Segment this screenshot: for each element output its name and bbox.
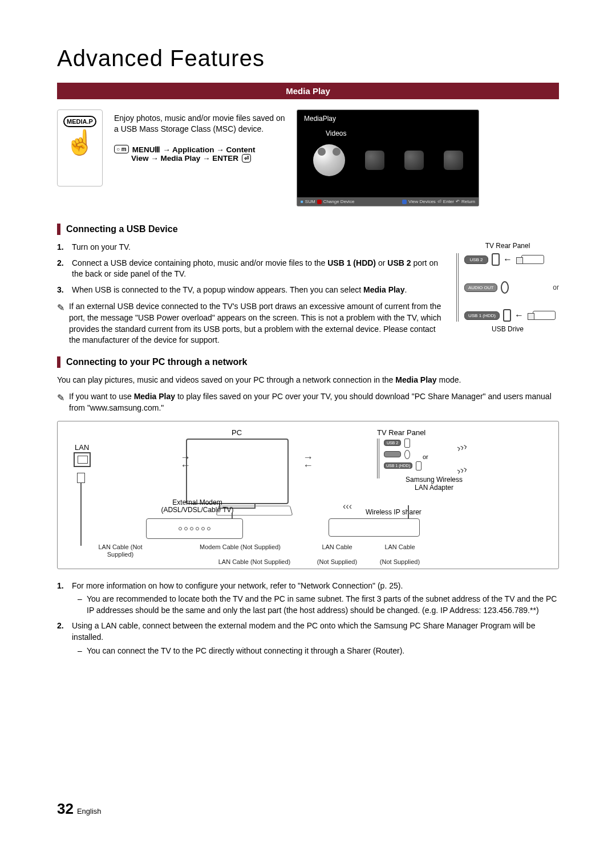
footer-return: Return [461,199,475,204]
tv-preview-footer: ■SUM Change Device View Devices ⏎Enter ↶… [297,197,479,206]
nd-pc-label: PC [232,428,242,437]
cable-label: LAN Cable [314,543,360,551]
cable-label: Modem Cable (Not Supplied) [197,543,283,551]
modem-icon [146,518,243,539]
footer-sum: SUM [305,199,315,204]
usb-note-text: If an external USB device connected to t… [69,301,445,346]
page-number: 32 [57,800,74,818]
menu-path: ○ m MENUⅢ → Application → Content [114,145,285,154]
list-item: Turn on your TV. [57,242,445,253]
tv-preview: MediaPlay Videos ■SUM Change Device View… [297,109,479,206]
wifi-wave-icon: ››› [456,440,469,455]
footer-change-device: Change Device [323,199,355,204]
blue-dot-icon [402,200,407,204]
tv-mini-icon [444,151,463,170]
net-note: ✎ If you want to use Media Play to play … [57,391,559,413]
usb2-port-label: USB 2 [464,255,488,264]
nd-usb2: USB 2 [384,440,401,446]
remote-hand-illustration: MEDIA.P ☝ [57,109,103,186]
tv-preview-title: MediaPlay [304,115,336,123]
or-label: or [553,283,559,291]
port-slot-icon [503,309,511,322]
red-dot-icon [317,200,322,204]
intro-description: Enjoy photos, music and/or movie files s… [114,113,285,135]
menu-path-seg2: View → Media Play → ENTER [131,154,238,163]
list-item: You can connect the TV to the PC directl… [78,646,559,657]
lan-plug-icon [77,473,85,483]
list-item: Connect a USB device containing photo, m… [57,258,445,280]
list-item: You are recommended to locate both the T… [78,594,559,616]
port-slot-icon [416,461,422,470]
cable-label: LAN Cable (Not Supplied) [86,543,155,558]
menu-path-seg1: → Application → Content [160,145,255,154]
section-heading-network-text: Connecting to your PC through a network [66,357,247,367]
section-heading-usb-text: Connecting a USB Device [66,224,178,234]
cable-label: LAN Cable [377,543,423,551]
router-icon [329,518,420,537]
return-icon: ↶ [456,199,460,204]
menu-path-menu: MENU [132,145,155,154]
net-desc: You can play pictures, music and videos … [57,375,559,386]
enter-icon: ⏎ [437,199,441,204]
enter-button-icon: ⏎ [242,154,251,163]
port-slot-icon [501,281,509,294]
list-item: Using a LAN cable, connect between the e… [57,620,559,656]
cable-label: LAN Cable (Not Supplied) [206,558,303,566]
menu-bars-icon: Ⅲ [155,145,160,154]
usb-stick-icon [533,311,556,320]
port-slot-icon [404,439,410,448]
audio-out-label: AUDIO OUT [464,283,497,292]
menu-button-icon: ○ m [114,145,129,153]
tv-mini-icon [365,151,384,170]
tv-rear-panel-diagram: TV Rear Panel USB 2 ← AUDIO OUT or USB 1… [456,242,559,346]
arrow-left-icon: ← [503,254,512,265]
network-diagram: LAN PC →← →← TV Rear Panel USB 2 USB 1 (… [57,421,559,569]
wifi-wave-icon: ‹‹‹ [343,501,352,512]
menu-path-line2: View → Media Play → ENTER ⏎ [131,154,285,163]
usb-drive-label: USB Drive [456,325,559,333]
hand-icon: ☝ [65,131,95,155]
port-slot-icon [492,253,500,266]
intro-row: MEDIA.P ☝ Enjoy photos, music and/or mov… [57,109,559,206]
section-heading-network: Connecting to your PC through a network [57,356,559,368]
nd-router-label: Wireless IP sharer [366,508,422,516]
tv-mini-icon [404,151,424,170]
nd-tvpanel: USB 2 USB 1 (HDD) [377,439,451,478]
intro-text: Enjoy photos, music and/or movie files s… [114,109,285,206]
nd-lan-label: LAN [75,443,89,452]
section-heading-usb: Connecting a USB Device [57,224,559,235]
network-steps: For more information on how to configure… [57,581,559,657]
page-footer: 32 English [57,800,102,818]
port-slot-icon [404,450,410,459]
usb-stick-icon [521,255,544,264]
footer-enter: Enter [443,199,454,204]
bi-arrow-icon: →← [303,453,313,470]
section-banner-media-play: Media Play [57,83,559,99]
nd-swla-label: Samsung Wireless LAN Adapter [400,476,468,492]
nd-modem-label: External Modem (ADSL/VDSL/Cable TV) [155,499,240,515]
footer-view-devices: View Devices [408,199,436,204]
nd-usb1: USB 1 (HDD) [384,462,412,469]
usb-note: ✎ If an external USB device connected to… [57,301,445,346]
usb1-port-label: USB 1 (HDD) [464,311,500,320]
usb-two-col: Turn on your TV. Connect a USB device co… [57,242,559,346]
note-icon: ✎ [57,392,64,413]
film-reel-icon [313,144,345,176]
panel-title: TV Rear Panel [456,242,559,250]
lan-socket-icon [74,452,91,467]
pc-monitor-icon [186,439,289,504]
tv-preview-subtitle: Videos [326,129,346,137]
media-p-badge: MEDIA.P [63,116,96,127]
page-title: Advanced Features [57,46,559,71]
arrow-left-icon: ← [514,310,524,320]
page-language: English [77,807,102,816]
nd-or: or [423,453,428,460]
cable-label: (Not Supplied) [309,558,366,566]
bi-arrow-icon: →← [180,453,191,470]
nd-tvpanel-label: TV Rear Panel [377,428,425,437]
note-icon: ✎ [57,302,64,346]
list-item: When USB is connected to the TV, a popup… [57,285,445,296]
cable-label: (Not Supplied) [371,558,428,566]
usb-steps: Turn on your TV. Connect a USB device co… [57,242,445,346]
nd-audio [384,451,401,457]
